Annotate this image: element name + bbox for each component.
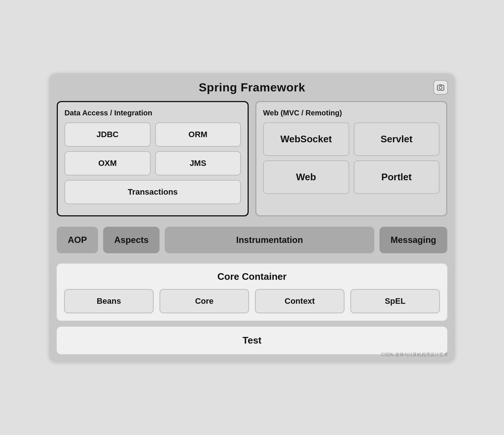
svg-point-1: [439, 86, 442, 89]
servlet-module: Servlet: [354, 122, 440, 156]
spring-framework-diagram: Spring Framework Data Access / Integrati…: [49, 73, 455, 362]
jdbc-module: JDBC: [64, 122, 151, 147]
web-module: Web: [263, 160, 349, 194]
data-access-title: Data Access / Integration: [64, 109, 241, 117]
watermark: CSDN @禅与计算机程序设计艺术: [381, 352, 448, 358]
spel-module: SpEL: [350, 289, 440, 313]
main-title: Spring Framework: [57, 81, 447, 94]
core-container-section: Core Container Beans Core Context SpEL: [57, 264, 447, 321]
portlet-module: Portlet: [354, 160, 440, 194]
top-row: Data Access / Integration JDBC ORM OXM J…: [57, 101, 447, 216]
data-access-section: Data Access / Integration JDBC ORM OXM J…: [57, 101, 249, 216]
websocket-module: WebSocket: [263, 122, 349, 156]
test-label: Test: [242, 335, 262, 346]
beans-module: Beans: [64, 289, 154, 313]
data-access-grid: JDBC ORM OXM JMS Transactions: [64, 122, 241, 204]
aspects-module: Aspects: [103, 227, 160, 253]
jms-module: JMS: [155, 151, 241, 175]
core-container-title: Core Container: [64, 271, 440, 282]
messaging-module: Messaging: [379, 227, 447, 253]
context-module: Context: [255, 289, 344, 313]
middle-row: AOP Aspects Instrumentation Messaging: [57, 222, 447, 258]
camera-icon: [433, 80, 448, 95]
core-row: Beans Core Context SpEL: [64, 289, 440, 313]
svg-rect-2: [439, 84, 442, 86]
orm-module: ORM: [155, 122, 241, 147]
core-module: Core: [160, 289, 249, 313]
web-mvc-grid: WebSocket Servlet Web Portlet: [263, 122, 440, 194]
oxm-module: OXM: [64, 151, 151, 175]
web-mvc-section: Web (MVC / Remoting) WebSocket Servlet W…: [255, 101, 447, 216]
transactions-module: Transactions: [64, 180, 241, 204]
web-mvc-title: Web (MVC / Remoting): [263, 109, 440, 117]
test-section: Test: [57, 327, 447, 354]
instrumentation-module: Instrumentation: [165, 227, 374, 253]
aop-module: AOP: [57, 227, 98, 253]
